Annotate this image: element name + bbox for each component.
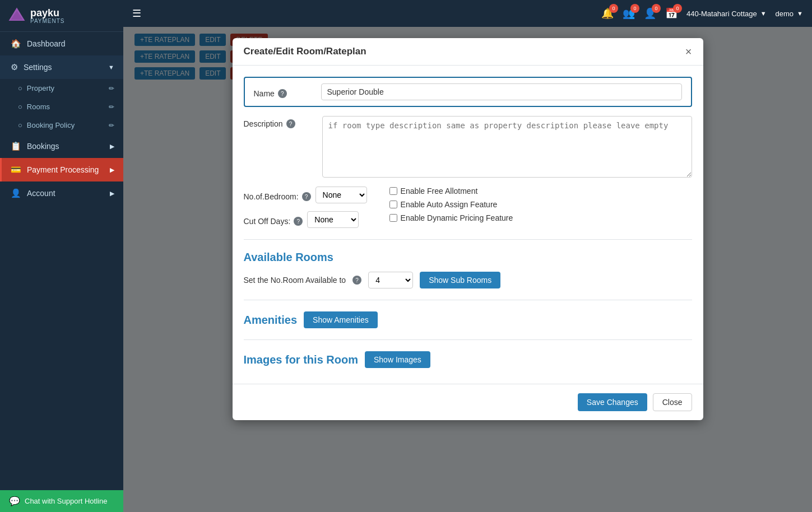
available-rooms-section: Available Rooms Set the No.Room Availabl… xyxy=(244,251,692,288)
sidebar-item-settings[interactable]: ⚙ Settings ▼ xyxy=(0,55,123,79)
property-arrow-icon: ▼ xyxy=(760,10,767,17)
chat-support-label: Chat with Support Hotline xyxy=(25,497,107,505)
free-allotment-checkbox[interactable] xyxy=(389,187,397,195)
checkbox-auto-assign[interactable]: Enable Auto Assign Feature xyxy=(389,200,513,209)
property-edit-icon: ✏ xyxy=(109,85,114,92)
sidebar-item-rooms[interactable]: ○ Rooms ✏ xyxy=(0,97,123,116)
name-input[interactable] xyxy=(321,83,682,100)
checkbox-dynamic-pricing[interactable]: Enable Dynamic Pricing Feature xyxy=(389,213,513,222)
available-rooms-label: Set the No.Room Available to xyxy=(244,276,346,285)
sidebar-item-account[interactable]: 👤 Account ▶ xyxy=(0,181,123,205)
auto-assign-checkbox[interactable] xyxy=(389,201,397,208)
modal-overlay: Create/Edit Room/Rateplan × Name ? xyxy=(123,27,812,512)
dashboard-icon: 🏠 xyxy=(11,39,21,49)
sidebar-menu: 🏠 Dashboard ⚙ Settings ▼ ○ Property ✏ ○ … xyxy=(0,32,123,490)
sidebar-label-rooms: Rooms xyxy=(27,103,50,111)
topbar: ☰ 🔔0 👥0 👤0 📅0 440-Matahari Cottage ▼ dem… xyxy=(123,0,812,27)
user-menu[interactable]: demo ▼ xyxy=(776,10,803,18)
description-label: Description ? xyxy=(244,116,322,128)
topbar-icons: 🔔0 👥0 👤0 📅0 xyxy=(601,7,678,20)
divider-1 xyxy=(244,239,692,240)
rooms-icon: ○ xyxy=(18,103,22,111)
checkbox-free-allotment[interactable]: Enable Free Allotment xyxy=(389,187,513,196)
property-selector[interactable]: 440-Matahari Cottage ▼ xyxy=(686,10,767,18)
sidebar-logo: payku PAYMENTS xyxy=(0,0,123,32)
logo-name: payku xyxy=(30,8,65,18)
available-rooms-help-icon[interactable]: ? xyxy=(352,276,361,285)
modal-title: Create/Edit Room/Rateplan xyxy=(244,46,366,57)
sidebar-item-payment-processing[interactable]: 💳 Payment Processing ▶ xyxy=(0,158,123,181)
dynamic-pricing-label: Enable Dynamic Pricing Feature xyxy=(401,213,513,222)
show-sub-rooms-button[interactable]: Show Sub Rooms xyxy=(420,272,500,288)
notification-group1[interactable]: 👥0 xyxy=(623,7,635,20)
divider-3 xyxy=(244,339,692,340)
close-button[interactable]: Close xyxy=(653,393,692,411)
amenities-title: Amenities xyxy=(244,314,298,327)
sidebar-item-bookings[interactable]: 📋 Bookings ▶ xyxy=(0,134,123,158)
sidebar-item-booking-policy[interactable]: ○ Booking Policy ✏ xyxy=(0,116,123,134)
cutoff-help-icon[interactable]: ? xyxy=(294,217,303,226)
sidebar: payku PAYMENTS 🏠 Dashboard ⚙ Settings ▼ … xyxy=(0,0,123,512)
modal-close-button[interactable]: × xyxy=(685,46,692,57)
options-row: No.of.Bedroom: ? None 1 2 3 xyxy=(244,187,692,228)
calendar-badge: 0 xyxy=(673,4,682,13)
name-field-wrapper: Name ? xyxy=(244,77,692,107)
booking-policy-edit-icon: ✏ xyxy=(109,122,114,129)
images-section: Images for this Room Show Images xyxy=(244,351,692,368)
auto-assign-label: Enable Auto Assign Feature xyxy=(401,200,498,209)
notification-calendar[interactable]: 📅0 xyxy=(665,7,678,20)
available-rooms-row: Set the No.Room Available to ? 1 2 3 4 5… xyxy=(244,272,692,288)
bedroom-help-icon[interactable]: ? xyxy=(302,192,311,201)
user-arrow-icon: ▼ xyxy=(797,10,803,17)
sidebar-item-property[interactable]: ○ Property ✏ xyxy=(0,79,123,97)
notification-group2[interactable]: 👤0 xyxy=(644,7,656,20)
sidebar-item-dashboard[interactable]: 🏠 Dashboard xyxy=(0,32,123,55)
notification-bell[interactable]: 🔔0 xyxy=(601,7,614,20)
settings-arrow-icon: ▼ xyxy=(108,64,114,71)
show-amenities-button[interactable]: Show Amenities xyxy=(304,311,378,328)
description-textarea[interactable] xyxy=(322,116,692,178)
chat-support-button[interactable]: 💬 Chat with Support Hotline xyxy=(0,490,123,512)
modal-footer: Save Changes Close xyxy=(233,384,703,420)
amenities-section: Amenities Show Amenities xyxy=(244,311,692,328)
left-options: No.of.Bedroom: ? None 1 2 3 xyxy=(244,187,367,228)
name-label: Name ? xyxy=(254,86,321,98)
description-help-icon[interactable]: ? xyxy=(286,119,295,128)
group2-badge: 0 xyxy=(652,4,661,13)
group1-badge: 0 xyxy=(630,4,639,13)
property-icon: ○ xyxy=(18,84,22,92)
modal-header: Create/Edit Room/Rateplan × xyxy=(233,38,703,66)
sidebar-label-dashboard: Dashboard xyxy=(27,39,66,48)
cutoff-select[interactable]: None 1 2 xyxy=(307,211,359,228)
modal-body: Name ? Description ? xyxy=(233,66,703,384)
main-content: ☰ 🔔0 👥0 👤0 📅0 440-Matahari Cottage ▼ dem… xyxy=(123,0,812,512)
sidebar-label-payment: Payment Processing xyxy=(27,165,99,174)
bedroom-select[interactable]: None 1 2 3 xyxy=(315,187,367,203)
bedroom-label: No.of.Bedroom: ? xyxy=(244,189,311,201)
bedroom-group: No.of.Bedroom: ? None 1 2 3 xyxy=(244,187,367,203)
description-group: Description ? xyxy=(244,116,692,178)
bookings-arrow-icon: ▶ xyxy=(110,143,114,150)
bell-badge: 0 xyxy=(609,4,618,13)
available-rooms-select[interactable]: 1 2 3 4 5 xyxy=(368,272,413,288)
save-changes-button[interactable]: Save Changes xyxy=(578,393,647,411)
booking-policy-icon: ○ xyxy=(18,121,22,129)
right-checkboxes: Enable Free Allotment Enable Auto Assign… xyxy=(389,187,513,228)
user-name: demo xyxy=(776,10,794,18)
show-images-button[interactable]: Show Images xyxy=(365,351,430,368)
bookings-icon: 📋 xyxy=(11,141,21,151)
settings-icon: ⚙ xyxy=(11,62,18,72)
logo-tagline: PAYMENTS xyxy=(30,18,65,24)
sidebar-label-settings: Settings xyxy=(24,63,52,72)
dynamic-pricing-checkbox[interactable] xyxy=(389,214,397,222)
available-rooms-title: Available Rooms xyxy=(244,251,692,264)
modal-create-edit-room: Create/Edit Room/Rateplan × Name ? xyxy=(233,38,703,420)
page-body: +TE RATEPLAN EDIT DELETE +TE RATEPLAN ED… xyxy=(123,27,812,512)
hamburger-button[interactable]: ☰ xyxy=(132,7,141,20)
name-help-icon[interactable]: ? xyxy=(278,89,287,98)
cutoff-group: Cut Off Days: ? None 1 2 xyxy=(244,211,367,228)
account-arrow-icon: ▶ xyxy=(110,190,114,197)
checkbox-group: Enable Free Allotment Enable Auto Assign… xyxy=(389,187,513,222)
logo-icon xyxy=(7,6,27,26)
cutoff-label: Cut Off Days: ? xyxy=(244,213,303,226)
